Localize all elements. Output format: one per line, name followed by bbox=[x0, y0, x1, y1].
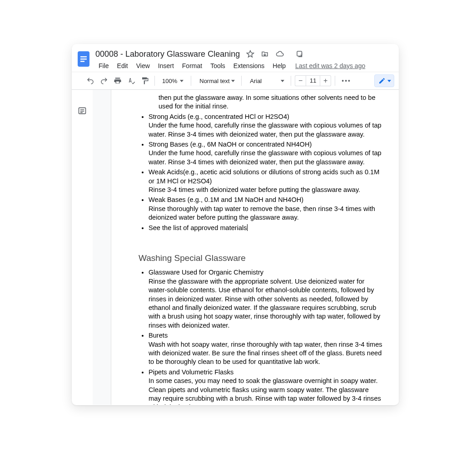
list-item: Strong Acids (e.g., concentrated HCl or … bbox=[149, 113, 382, 139]
cloud-icon[interactable] bbox=[275, 50, 284, 58]
menu-help[interactable]: Help bbox=[269, 61, 289, 70]
list-item: Glassware Used for Organic ChemistryRins… bbox=[149, 268, 382, 330]
last-edit-link[interactable]: Last edit was 2 days ago bbox=[295, 62, 365, 69]
document-body: then put the glassware away. In some sit… bbox=[72, 90, 399, 405]
separator bbox=[291, 76, 291, 86]
pencil-icon bbox=[378, 77, 386, 84]
page-paper[interactable]: then put the glassware away. In some sit… bbox=[111, 90, 399, 405]
style-value: Normal text bbox=[199, 78, 229, 84]
list-item-body: Under the fume hood, carefully rinse the… bbox=[149, 121, 382, 139]
editing-mode-button[interactable] bbox=[374, 74, 394, 87]
menu-file[interactable]: File bbox=[95, 61, 112, 70]
bullet-list: Glassware Used for Organic ChemistryRins… bbox=[139, 268, 382, 405]
separator bbox=[335, 76, 335, 86]
move-icon[interactable] bbox=[261, 50, 269, 58]
separator bbox=[241, 76, 242, 86]
list-item: Pipets and Volumetric FlasksIn some case… bbox=[149, 368, 382, 405]
list-item-title: Strong Acids (e.g., concentrated HCl or … bbox=[149, 113, 289, 120]
paragraph-style-select[interactable]: Normal text bbox=[195, 75, 238, 87]
zoom-select[interactable]: 100% bbox=[159, 75, 187, 87]
spellcheck-button[interactable] bbox=[125, 75, 137, 87]
font-select[interactable]: Arial bbox=[245, 75, 287, 87]
list-item-body: Rinse thoroughly with tap water to remov… bbox=[149, 205, 382, 222]
chevron-down-icon bbox=[387, 80, 391, 82]
font-size-input[interactable]: 11 bbox=[306, 75, 320, 86]
font-size-control: − 11 + bbox=[295, 75, 331, 87]
paragraph: then put the glassware away. In some sit… bbox=[139, 93, 382, 111]
list-item: BuretsWash with hot soapy water, rinse t… bbox=[149, 331, 382, 367]
list-item: See the list of approved materials bbox=[149, 224, 382, 232]
list-item-title: Strong Bases (e.g., 6M NaOH or concentra… bbox=[149, 141, 312, 148]
menu-bar: File Edit View Insert Format Tools Exten… bbox=[95, 60, 394, 72]
menu-edit[interactable]: Edit bbox=[114, 61, 131, 70]
list-item-body: Under the fume hood, carefully rinse the… bbox=[149, 149, 382, 167]
chevron-down-icon bbox=[231, 80, 235, 82]
list-item: Strong Bases (e.g., 6M NaOH or concentra… bbox=[149, 140, 382, 167]
zoom-value: 100% bbox=[162, 78, 177, 84]
paint-format-button[interactable] bbox=[139, 75, 151, 87]
menu-tools[interactable]: Tools bbox=[207, 61, 228, 70]
text-cursor bbox=[247, 224, 248, 231]
list-item-title: Glassware Used for Organic Chemistry bbox=[149, 269, 263, 276]
section-heading: Washing Special Glassware bbox=[139, 252, 382, 264]
list-item: Weak Acids(e.g., acetic acid solutions o… bbox=[149, 168, 382, 194]
separator bbox=[154, 76, 155, 86]
svg-rect-1 bbox=[80, 56, 87, 57]
list-item-title: Pipets and Volumetric Flasks bbox=[149, 368, 233, 376]
menu-view[interactable]: View bbox=[133, 61, 153, 70]
list-item: Weak Bases (e.g., 0.1M and 1M NaOH and N… bbox=[149, 196, 382, 222]
list-item-title: Burets bbox=[149, 332, 168, 339]
document-content[interactable]: then put the glassware away. In some sit… bbox=[139, 93, 382, 405]
font-size-increase[interactable]: + bbox=[320, 75, 331, 86]
docs-logo-icon[interactable] bbox=[76, 50, 91, 70]
svg-rect-3 bbox=[80, 61, 84, 62]
undo-button[interactable] bbox=[84, 75, 96, 87]
page-surface: then put the glassware away. In some sit… bbox=[93, 90, 399, 405]
chevron-down-icon bbox=[281, 80, 284, 82]
print-button[interactable] bbox=[112, 75, 124, 87]
outline-toggle-icon[interactable] bbox=[78, 106, 87, 405]
list-item-body: Wash with hot soapy water, rinse thoroug… bbox=[149, 340, 382, 367]
document-title[interactable]: 00008 - Laboratory Glassware Cleaning bbox=[95, 49, 240, 59]
list-item-title: See the list of approved materials bbox=[149, 224, 247, 231]
separator bbox=[191, 76, 191, 86]
list-item-body: In some cases, you may need to soak the … bbox=[149, 377, 382, 405]
bullet-list: Strong Acids (e.g., concentrated HCl or … bbox=[139, 113, 382, 232]
list-item-title: Weak Bases (e.g., 0.1M and 1M NaOH and N… bbox=[149, 196, 303, 203]
menu-insert[interactable]: Insert bbox=[155, 61, 177, 70]
list-item-body: Rinse 3-4 times with deionized water bef… bbox=[149, 186, 382, 194]
chevron-down-icon bbox=[180, 80, 183, 82]
outline-rail bbox=[72, 90, 93, 405]
title-bar: 00008 - Laboratory Glassware Cleaning Fi… bbox=[72, 44, 399, 72]
menu-extensions[interactable]: Extensions bbox=[230, 61, 268, 70]
font-value: Arial bbox=[250, 78, 262, 84]
redo-button[interactable] bbox=[98, 75, 110, 87]
font-size-decrease[interactable]: − bbox=[295, 75, 306, 86]
history-icon[interactable] bbox=[295, 50, 304, 58]
more-tools-button[interactable]: ••• bbox=[339, 77, 354, 84]
svg-rect-2 bbox=[80, 59, 87, 59]
app-window: 00008 - Laboratory Glassware Cleaning Fi… bbox=[72, 44, 399, 405]
toolbar: 100% Normal text Arial − 11 + ••• bbox=[72, 72, 399, 90]
list-item-title: Weak Acids(e.g., acetic acid solutions o… bbox=[149, 168, 379, 184]
list-item-body: Rinse the glassware with the appropriate… bbox=[149, 277, 382, 330]
star-icon[interactable] bbox=[246, 50, 254, 58]
menu-format[interactable]: Format bbox=[179, 61, 205, 70]
